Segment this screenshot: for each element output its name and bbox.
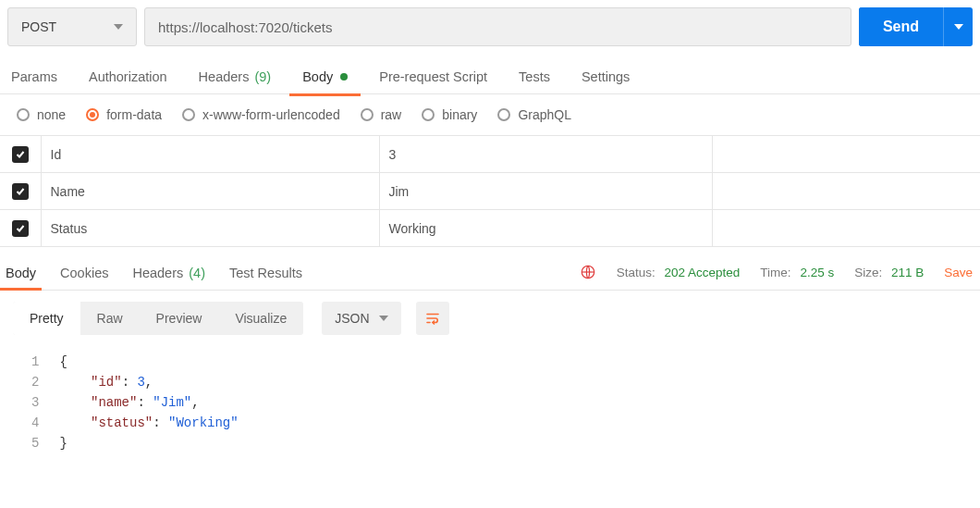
response-bar: Body Cookies Headers (4) Test Results St…	[0, 247, 980, 291]
table-row: Name Jim	[0, 173, 980, 210]
form-key[interactable]: Id	[51, 147, 62, 162]
resp-tab-headers[interactable]: Headers (4)	[130, 266, 207, 290]
status-value: 202 Accepted	[665, 266, 741, 279]
resp-tab-cookies[interactable]: Cookies	[58, 266, 110, 290]
view-mode-tabs: Pretty Raw Preview Visualize	[13, 302, 303, 335]
row-checkbox[interactable]	[12, 220, 29, 237]
resp-tab-test-results[interactable]: Test Results	[227, 266, 304, 290]
table-row: Id 3	[0, 136, 980, 173]
tab-authorization[interactable]: Authorization	[89, 69, 167, 95]
wrap-lines-button[interactable]	[416, 302, 449, 335]
table-row: Status Working	[0, 210, 980, 247]
radio-icon	[17, 108, 30, 121]
view-mode-row: Pretty Raw Preview Visualize JSON	[0, 291, 980, 346]
radio-icon	[182, 108, 195, 121]
response-tabs: Body Cookies Headers (4) Test Results	[4, 266, 304, 290]
form-data-table: Id 3 Name Jim Status Working	[0, 135, 980, 247]
form-value[interactable]: 3	[389, 147, 397, 162]
http-method-value: POST	[21, 19, 56, 34]
tab-prerequest[interactable]: Pre-request Script	[379, 69, 487, 95]
view-preview[interactable]: Preview	[140, 302, 219, 335]
form-key[interactable]: Status	[51, 221, 88, 236]
globe-icon	[580, 264, 596, 280]
url-value: https://localhost:7020/tickets	[158, 19, 332, 35]
send-button[interactable]: Send	[859, 7, 943, 46]
time-label: Time: 2.25 s	[760, 266, 834, 279]
tab-body[interactable]: Body	[302, 69, 348, 95]
code-lines: { "id": 3, "name": "Jim", "status": "Wor…	[59, 352, 238, 453]
save-response-button[interactable]: Save	[944, 266, 973, 279]
form-value[interactable]: Jim	[389, 184, 410, 199]
body-type-form-data[interactable]: form-data	[86, 107, 162, 122]
row-checkbox[interactable]	[12, 183, 29, 200]
size-value: 211 B	[891, 266, 924, 279]
tab-params[interactable]: Params	[11, 69, 57, 95]
radio-icon	[361, 108, 374, 121]
response-meta: Status: 202 Accepted Time: 2.25 s Size: …	[580, 264, 973, 290]
tab-tests[interactable]: Tests	[519, 69, 550, 95]
tab-settings[interactable]: Settings	[582, 69, 630, 95]
line-gutter: 12345	[0, 352, 59, 453]
chevron-down-icon	[379, 316, 388, 321]
form-key[interactable]: Name	[51, 184, 85, 199]
view-raw[interactable]: Raw	[80, 302, 140, 335]
check-icon	[15, 149, 26, 160]
body-modified-dot-icon	[340, 73, 348, 81]
wrap-icon	[424, 310, 441, 327]
form-value[interactable]: Working	[389, 221, 436, 236]
send-dropdown-button[interactable]	[943, 7, 973, 46]
status-label: Status: 202 Accepted	[617, 266, 741, 279]
check-icon	[15, 186, 26, 197]
url-input[interactable]: https://localhost:7020/tickets	[144, 7, 851, 46]
body-type-raw[interactable]: raw	[361, 107, 402, 122]
response-body[interactable]: 12345 { "id": 3, "name": "Jim", "status"…	[0, 346, 980, 472]
time-value: 2.25 s	[800, 266, 834, 279]
resp-headers-count: (4)	[189, 266, 205, 280]
radio-icon	[497, 108, 510, 121]
send-button-group: Send	[859, 7, 973, 46]
body-type-binary[interactable]: binary	[422, 107, 477, 122]
row-checkbox[interactable]	[12, 146, 29, 163]
body-type-xwww[interactable]: x-www-form-urlencoded	[182, 107, 340, 122]
tab-headers[interactable]: Headers (9)	[199, 69, 272, 95]
body-type-graphql[interactable]: GraphQL	[497, 107, 571, 122]
radio-icon	[422, 108, 435, 121]
chevron-down-icon	[114, 24, 123, 30]
body-type-row: none form-data x-www-form-urlencoded raw…	[0, 94, 980, 135]
chevron-down-icon	[954, 24, 963, 30]
view-visualize[interactable]: Visualize	[218, 302, 303, 335]
resp-tab-body[interactable]: Body	[4, 266, 38, 290]
request-tabs: Params Authorization Headers (9) Body Pr…	[0, 54, 980, 94]
headers-count: (9)	[254, 69, 271, 84]
check-icon	[15, 223, 26, 234]
response-language-select[interactable]: JSON	[322, 302, 400, 335]
radio-icon	[86, 108, 99, 121]
view-pretty[interactable]: Pretty	[13, 302, 80, 335]
body-type-none[interactable]: none	[17, 107, 66, 122]
size-label: Size: 211 B	[854, 266, 924, 279]
http-method-select[interactable]: POST	[7, 7, 137, 46]
